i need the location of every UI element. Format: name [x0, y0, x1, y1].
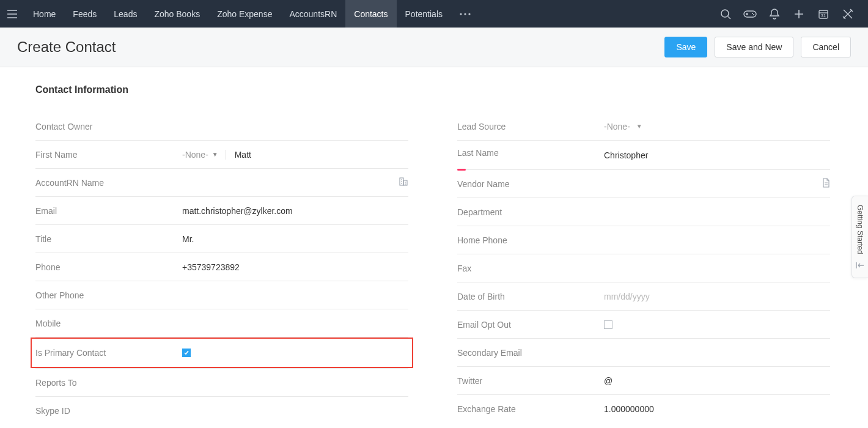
label-title: Title — [35, 227, 182, 251]
nav-more-icon[interactable] — [451, 13, 479, 15]
label-twitter: Twitter — [457, 369, 604, 393]
field-department: Department — [457, 198, 830, 226]
nav-tab-accountsrn[interactable]: AccountsRN — [281, 0, 345, 28]
label-fax: Fax — [457, 256, 604, 281]
field-phone: Phone +35739723892 — [35, 253, 408, 281]
tools-icon[interactable] — [841, 7, 855, 21]
menu-icon[interactable] — [0, 10, 24, 18]
input-mobile[interactable] — [182, 311, 408, 336]
label-skype-id: Skype ID — [35, 399, 182, 423]
document-lookup-icon[interactable] — [822, 178, 830, 190]
input-first-name[interactable]: Matt — [235, 150, 408, 160]
label-dob: Date of Birth — [457, 284, 604, 309]
checkbox-email-opt-out[interactable] — [604, 320, 612, 329]
label-email: Email — [35, 199, 182, 223]
svg-point-6 — [753, 14, 754, 15]
field-title: Title Mr. — [35, 225, 408, 253]
input-department[interactable] — [604, 199, 830, 225]
field-mobile: Mobile — [35, 309, 408, 338]
save-button[interactable]: Save — [664, 37, 707, 57]
field-skype-id: Skype ID — [35, 397, 408, 425]
input-fax[interactable] — [604, 256, 830, 281]
section-title: Contact Information — [35, 84, 833, 95]
label-is-primary: Is Primary Contact — [35, 341, 182, 365]
nav-tab-feeds[interactable]: Feeds — [64, 0, 105, 28]
left-column: Contact Owner First Name -None- ▼ Matt A… — [35, 113, 408, 425]
svg-point-2 — [468, 13, 470, 15]
nav-tab-zoho-books[interactable]: Zoho Books — [145, 0, 208, 28]
search-icon[interactable] — [719, 7, 732, 21]
building-lookup-icon[interactable] — [399, 177, 408, 188]
field-first-name: First Name -None- ▼ Matt — [35, 141, 408, 169]
nav-tab-potentials[interactable]: Potentials — [397, 0, 451, 28]
field-home-phone: Home Phone — [457, 226, 830, 254]
svg-rect-10 — [403, 180, 407, 185]
nav-tab-home[interactable]: Home — [24, 0, 64, 28]
label-vendor-name: Vendor Name — [457, 172, 604, 196]
field-vendor-name: Vendor Name — [457, 170, 830, 198]
input-secondary-email[interactable] — [604, 340, 830, 366]
collapse-left-icon[interactable] — [856, 260, 864, 271]
required-indicator-icon — [457, 169, 466, 171]
cancel-button[interactable]: Cancel — [801, 37, 851, 57]
input-other-phone[interactable] — [182, 282, 408, 308]
svg-point-3 — [721, 10, 729, 17]
input-title[interactable]: Mr. — [182, 226, 408, 252]
form-content: Contact Information Contact Owner First … — [0, 67, 868, 428]
label-last-name: Last Name — [457, 141, 604, 169]
input-exchange-rate[interactable]: 1.000000000 — [604, 396, 830, 422]
input-reports-to[interactable] — [182, 370, 408, 396]
field-dob: Date of Birth mm/dd/yyyy — [457, 282, 830, 311]
select-lead-source[interactable]: -None- ▼ — [604, 122, 642, 131]
nav-tabs: HomeFeedsLeadsZoho BooksZoho ExpenseAcco… — [24, 0, 451, 28]
getting-started-label: Getting Started — [856, 205, 864, 254]
nav-tab-leads[interactable]: Leads — [105, 0, 145, 28]
label-mobile: Mobile — [35, 311, 182, 336]
label-lead-source: Lead Source — [457, 114, 604, 139]
svg-point-0 — [460, 13, 462, 15]
label-home-phone: Home Phone — [457, 228, 604, 253]
nav-tab-zoho-expense[interactable]: Zoho Expense — [208, 0, 281, 28]
checkbox-is-primary[interactable] — [182, 349, 191, 357]
bell-icon[interactable] — [768, 7, 781, 21]
page-header: Create Contact Save Save and New Cancel — [0, 28, 868, 67]
nav-icon-bar: 31 — [719, 7, 868, 21]
label-exchange-rate: Exchange Rate — [457, 397, 604, 421]
nav-tab-contacts[interactable]: Contacts — [345, 0, 396, 28]
field-twitter: Twitter @ — [457, 367, 830, 395]
field-email: Email matt.christopher@zylker.com — [35, 197, 408, 225]
input-last-name[interactable]: Christopher — [604, 142, 830, 168]
label-secondary-email: Secondary Email — [457, 341, 604, 365]
field-fax: Fax — [457, 254, 830, 282]
input-skype-id[interactable] — [182, 398, 408, 424]
calendar-icon[interactable]: 31 — [817, 7, 830, 21]
input-account-name[interactable] — [182, 170, 408, 196]
svg-point-1 — [464, 13, 466, 15]
input-contact-owner[interactable] — [182, 114, 408, 139]
label-first-name: First Name — [35, 142, 182, 167]
field-contact-owner: Contact Owner — [35, 113, 408, 141]
label-phone: Phone — [35, 255, 182, 279]
label-department: Department — [457, 200, 604, 224]
chevron-down-icon: ▼ — [636, 123, 642, 130]
right-column: Lead Source -None- ▼ Last Name Christoph… — [457, 113, 830, 425]
input-dob[interactable]: mm/dd/yyyy — [604, 284, 830, 309]
salutation-select[interactable]: -None- ▼ — [182, 150, 226, 160]
game-controller-icon[interactable] — [743, 7, 757, 21]
highlight-is-primary: Is Primary Contact — [31, 338, 413, 368]
input-phone[interactable]: +35739723892 — [182, 254, 408, 280]
input-email[interactable]: matt.christopher@zylker.com — [182, 198, 408, 224]
field-lead-source: Lead Source -None- ▼ — [457, 113, 830, 141]
input-home-phone[interactable] — [604, 227, 830, 253]
input-vendor-name[interactable] — [604, 171, 830, 197]
getting-started-tab[interactable]: Getting Started — [851, 196, 868, 278]
svg-point-5 — [752, 13, 753, 14]
save-and-new-button[interactable]: Save and New — [715, 37, 793, 57]
top-nav: HomeFeedsLeadsZoho BooksZoho ExpenseAcco… — [0, 0, 868, 28]
chevron-down-icon: ▼ — [212, 151, 218, 158]
field-exchange-rate: Exchange Rate 1.000000000 — [457, 395, 830, 423]
svg-text:31: 31 — [821, 13, 826, 18]
label-other-phone: Other Phone — [35, 283, 182, 308]
plus-icon[interactable] — [792, 7, 806, 21]
input-twitter[interactable]: @ — [604, 368, 830, 394]
